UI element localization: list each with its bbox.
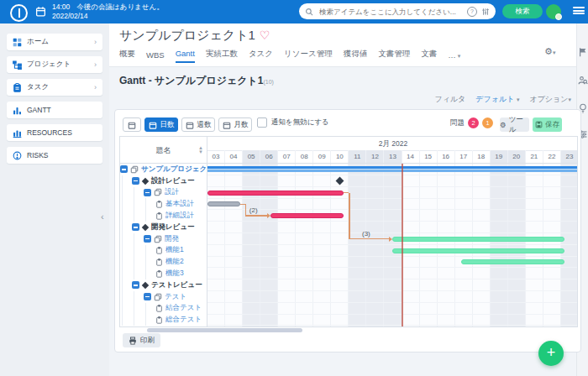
collapse-minus-icon[interactable]	[132, 177, 139, 185]
tree-row-task[interactable]: 機能2	[120, 256, 207, 268]
group-docs-icon	[130, 165, 139, 174]
save-button[interactable]: 保存	[533, 118, 562, 132]
tab-文書[interactable]: 文書	[421, 49, 437, 63]
tools-button[interactable]: ⚙ツール	[500, 118, 529, 132]
task-name: 開発	[165, 234, 179, 244]
tree-guide-line	[122, 256, 132, 268]
tab-実績工数[interactable]: 実績工数	[206, 49, 238, 63]
tree-guide-line	[134, 198, 144, 210]
sidebar-item-risks[interactable]: RISKS	[7, 147, 102, 164]
task-bar[interactable]	[270, 213, 344, 218]
tab-label: タスク	[249, 49, 273, 58]
mute-notifications-checkbox[interactable]: 通知を無効にする	[257, 118, 329, 128]
tab-獲得値[interactable]: 獲得値	[344, 49, 368, 63]
tab-Gantt[interactable]: Gantt	[176, 49, 195, 63]
tune-filter-icon[interactable]	[481, 8, 490, 16]
calendar-icon	[35, 6, 46, 17]
tree-row-milestone[interactable]: テストレビュー	[120, 279, 207, 291]
task-bar[interactable]	[461, 259, 564, 264]
tab-…[interactable]: …▾	[448, 50, 460, 63]
collapse-minus-icon[interactable]	[132, 223, 139, 231]
tab-概要[interactable]: 概要	[119, 49, 135, 63]
tree-row-group[interactable]: 設計	[120, 187, 207, 199]
help-icon[interactable]: ?	[467, 7, 477, 17]
task-name: テスト	[165, 292, 186, 302]
days-header: 0304050607080910111213141516171819202122…	[207, 150, 578, 164]
tab-settings-gear-icon[interactable]: ⚙▾	[544, 46, 555, 57]
tree-row-task[interactable]: 総合テスト	[120, 314, 207, 326]
flag-icon[interactable]	[578, 47, 588, 57]
sort-icon[interactable]: ▲▼	[198, 146, 204, 154]
section-title: Gantt - サンプルプロジェクト1(10)	[119, 74, 274, 88]
tab-label: 実績工数	[206, 49, 238, 58]
tab-リソース管理[interactable]: リソース管理	[284, 49, 333, 63]
menu-icon[interactable]	[573, 7, 585, 16]
filter-value-dropdown[interactable]: デフォルト ▾	[475, 94, 519, 105]
sidebar-item-home[interactable]: ホーム›	[7, 34, 102, 50]
day-header-cell: 14	[402, 150, 420, 163]
search-button[interactable]: 検索	[502, 4, 543, 18]
task-bar[interactable]	[207, 201, 240, 206]
summary-bar[interactable]	[207, 166, 578, 172]
chevron-right-icon: ›	[94, 60, 97, 69]
task-clipboard-icon	[13, 83, 22, 92]
sidebar: ホーム›プロジェクト›タスク›GANTTRESOURCESRISKS ‹	[0, 24, 109, 376]
collapse-pane-icon[interactable]: ‹	[101, 212, 104, 222]
chevron-down-icon: ▾	[458, 53, 461, 59]
scale-button-週数[interactable]: 週数	[181, 118, 215, 132]
tree-row-group[interactable]: テスト	[120, 291, 207, 303]
task-doc-icon	[155, 316, 163, 324]
task-bar[interactable]	[392, 248, 564, 253]
print-button[interactable]: 印刷	[123, 333, 160, 347]
collapse-minus-icon[interactable]	[120, 165, 128, 173]
chart-row-line	[207, 303, 578, 315]
calendar-mode-button[interactable]	[123, 118, 141, 132]
sidebar-item-resources[interactable]: RESOURCES	[7, 124, 102, 141]
collapse-minus-icon[interactable]	[132, 281, 139, 289]
member-search-icon[interactable]	[578, 76, 588, 86]
grid-header: 題名 ▲▼	[120, 137, 207, 164]
tab-label: 概要	[119, 49, 135, 58]
scale-button-月数[interactable]: 月数	[218, 118, 252, 132]
add-fab-button[interactable]: +	[538, 341, 564, 366]
scale-button-日数[interactable]: 日数	[144, 118, 178, 132]
tree-row-task[interactable]: 機能3	[120, 268, 207, 279]
filter-label: フィルタ	[434, 94, 465, 105]
link-lag-label: (2)	[249, 206, 258, 214]
collapse-minus-icon[interactable]	[144, 235, 151, 243]
task-bar[interactable]	[207, 191, 344, 196]
task-doc-icon	[155, 201, 163, 208]
tree-row-group[interactable]: 開発	[120, 233, 207, 245]
collapse-minus-icon[interactable]	[144, 189, 151, 196]
link-line	[349, 238, 389, 240]
search-input[interactable]	[318, 7, 463, 17]
favorite-heart-icon[interactable]: ♡	[260, 29, 270, 42]
chart-row-line	[207, 268, 578, 279]
tree-row-milestone[interactable]: 開発レビュー	[120, 222, 207, 233]
tab-タスク[interactable]: タスク	[249, 49, 273, 63]
tab-文書管理[interactable]: 文書管理	[378, 49, 410, 63]
horizontal-scrollbar[interactable]	[147, 328, 302, 332]
tree-guide-line	[122, 291, 132, 303]
user-avatar[interactable]	[546, 4, 561, 19]
tree-row-project[interactable]: サンプルプロジェクト1	[120, 164, 207, 175]
tree-row-task[interactable]: 基本設計	[120, 198, 207, 210]
tree-row-task[interactable]: 詳細設計	[120, 210, 207, 222]
tree-row-milestone[interactable]: 設計レビュー	[120, 175, 207, 187]
sidebar-item-task[interactable]: タスク›	[7, 79, 102, 96]
chart-row-line	[207, 198, 578, 210]
checkbox-icon[interactable]	[257, 118, 267, 128]
sidebar-item-project[interactable]: プロジェクト›	[7, 56, 102, 73]
options-dropdown[interactable]: オプション▾	[529, 94, 571, 105]
task-name: 基本設計	[165, 199, 194, 209]
app-logo-icon[interactable]	[10, 4, 28, 22]
collapse-minus-icon[interactable]	[144, 293, 151, 300]
link-arrow-icon	[389, 237, 392, 242]
tree-row-task[interactable]: 機能1	[120, 245, 207, 257]
tree-row-task[interactable]: 結合テスト	[120, 303, 207, 315]
sidebar-item-gantt[interactable]: GANTT	[7, 102, 102, 118]
task-bar[interactable]	[392, 237, 564, 242]
milestone-diamond-icon	[142, 282, 149, 289]
tab-WBS[interactable]: WBS	[146, 50, 165, 63]
topbar-date: 2022/02/14	[52, 12, 164, 21]
